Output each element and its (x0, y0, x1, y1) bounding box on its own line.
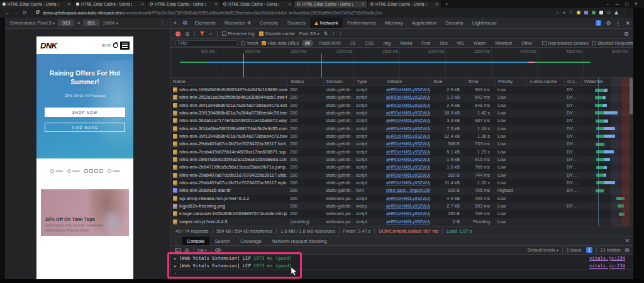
window-maximize-icon[interactable]: ▢ (625, 1, 628, 6)
request-initiator-link[interactable]: aHR0cHM6Ly93ZWJp… (384, 218, 430, 226)
network-request-row[interactable]: nitro-min-33f1394868b421a7a264a0736bed4c… (170, 109, 634, 117)
network-filter-input[interactable] (175, 40, 238, 47)
request-initiator-link[interactable]: aHR0cHM6Ly93ZWJp… (384, 140, 430, 148)
disable-cache-checkbox[interactable]: Disable cache (259, 31, 295, 36)
share-icon[interactable]: ⪡ (563, 10, 565, 15)
device-toolbar-menu-icon[interactable]: ⋮ (160, 20, 165, 26)
network-request-row[interactable]: logo@2x-freewing.png 200 static-getnitr…… (170, 203, 634, 210)
extension-icon[interactable] (599, 11, 603, 14)
console-issues-label[interactable]: 1 Issue: (567, 247, 583, 253)
export-har-icon[interactable]: ↓ (339, 31, 341, 36)
network-overview-timeline[interactable]: 500 ms 1000 ms 1500 ms 2000 ms 2500 ms 3… (170, 48, 634, 78)
cart-icon[interactable] (113, 43, 118, 48)
request-initiator-link[interactable]: aHR0cHM6Ly93ZWJp… (384, 94, 430, 101)
browser-tab[interactable]: HTML Edge Cache - Using ¡ ✕ (294, 1, 368, 8)
window-minimize-icon[interactable]: — (615, 2, 619, 6)
request-initiator-link[interactable]: aHR0cHM6Ly93ZWJp… (384, 133, 430, 140)
tab-close-icon[interactable]: ✕ (362, 2, 365, 6)
record-network-log-button[interactable] (175, 31, 180, 36)
device-width-input[interactable]: 393 (58, 19, 74, 26)
search-icon[interactable]: ⌕ (557, 10, 559, 15)
column-header-initiator[interactable]: Initiator (384, 78, 430, 86)
request-type-filter[interactable]: CSS (362, 40, 377, 47)
request-initiator-link[interactable]: aHR0cHM6Ly93ZWJp… (384, 195, 430, 203)
column-header-domain[interactable]: Domain (323, 78, 353, 86)
request-type-filter[interactable]: All (302, 40, 313, 47)
request-initiator-link[interactable]: aHR0cHM6Ly93ZWJp… (384, 210, 430, 218)
network-request-row[interactable]: nitro-min-199b5669b9b5905497e4d845d16989… (170, 86, 634, 94)
network-request-row[interactable]: nitro-min-3f14a6fae5f8f339bd88774ab5b2e9… (170, 125, 634, 133)
request-type-filter[interactable]: Wasm (470, 40, 489, 47)
search-network-icon[interactable]: ⌕ (209, 30, 213, 37)
network-request-row[interactable]: image-carousel.4455d93b24f09889757.bundl… (170, 210, 634, 218)
devtools-tab[interactable]: Application (408, 18, 441, 28)
drawer-tab[interactable]: Console (182, 236, 210, 245)
request-initiator-link[interactable]: aHR0cHM6Ly93ZWJp… (384, 125, 430, 133)
back-icon[interactable]: ← (5, 10, 10, 16)
filter-funnel-icon[interactable] (199, 31, 205, 36)
live-expression-eye-icon[interactable] (215, 248, 221, 252)
drawer-tab[interactable]: Coverage (235, 236, 267, 245)
preserve-log-checkbox[interactable]: Preserve log (222, 31, 255, 36)
browser-menu-icon[interactable]: ⋮ (622, 10, 626, 15)
console-source-link[interactable]: vitals.js:234 (589, 262, 625, 270)
network-request-row[interactable]: nitro-min-7eab4d3b625b14e4603ba17ba60867… (170, 148, 634, 156)
request-type-filter[interactable]: JS (347, 40, 358, 47)
network-request-row[interactable]: nitro-min-2f02a1ce0fa9f59b9d4b1d30b944dc… (170, 94, 634, 101)
request-type-filter[interactable]: Fetch/XHR (316, 40, 344, 47)
device-select[interactable]: Dimensions: Pixel 5 ▾ (10, 20, 55, 26)
browser-tab[interactable]: HTML Edge Cache - Using ¡ ✕ (368, 1, 441, 8)
tab-close-icon[interactable]: ✕ (141, 2, 144, 6)
request-type-filter[interactable]: WS (454, 40, 467, 47)
new-tab-button[interactable]: + (441, 1, 452, 7)
network-conditions-icon[interactable]: ⇅ (324, 31, 328, 36)
network-request-row[interactable]: nitro-min-29ab407a67cc0b21e7078422bc3911… (170, 172, 634, 179)
devtools-close-icon[interactable]: ✕ (625, 20, 630, 26)
extension-icon[interactable] (607, 11, 611, 14)
extension-warning-icon[interactable] (614, 11, 618, 14)
extension-icon[interactable] (577, 11, 580, 14)
device-height-input[interactable]: 851 (83, 19, 99, 26)
devtools-tab[interactable]: Security (441, 18, 468, 28)
request-initiator-link[interactable]: aHR0cHM6Ly93ZWJp… (384, 109, 430, 117)
request-initiator-link[interactable]: aHR0cHM6Ly93ZWJp… (384, 172, 430, 179)
devtools-tab[interactable]: Memory (380, 18, 408, 28)
throttling-select[interactable]: Fast 3G ▾ (299, 31, 319, 36)
request-initiator-link[interactable]: aHR0cHM6Ly93ZWJp… (384, 117, 430, 125)
column-header-size[interactable]: Size (430, 78, 465, 86)
devtools-tab[interactable]: Elements (191, 18, 220, 28)
request-initiator-link[interactable]: aHR0cHM6Ly93ZWJp… (384, 148, 430, 156)
shop-now-button[interactable]: SHOP NOW (45, 108, 125, 117)
invert-checkbox[interactable]: Invert (241, 41, 258, 45)
address-input[interactable]: demo-getnitropack-main-kailo.nitropack.d… (43, 11, 382, 15)
request-type-filter[interactable]: Other (518, 40, 536, 47)
scrollbar-thumb[interactable] (630, 78, 633, 114)
forward-icon[interactable]: → (14, 10, 19, 16)
request-initiator-link[interactable]: aHR0cHM6Ly93ZWJp… (384, 179, 430, 187)
column-header-status[interactable]: Status (287, 78, 323, 86)
request-type-filter[interactable]: Font (418, 40, 433, 47)
tab-close-icon[interactable]: ✕ (288, 2, 291, 6)
browser-tab[interactable]: HTML Edge Cache - Using ¡ ✕ (0, 1, 74, 8)
drawer-close-icon[interactable]: ✕ (625, 238, 634, 244)
network-request-row[interactable]: wp-emoji-release.min.js?ver=6.3.2 200 we… (170, 195, 634, 203)
console-settings-gear-icon[interactable]: ⚙ (625, 247, 630, 253)
devtools-tab[interactable]: Lighthouse (468, 18, 501, 28)
network-request-row[interactable]: nitro-min-2b5471f8fca5c56a19cea25abc9b71… (170, 164, 634, 171)
devtools-tab[interactable]: Network (310, 18, 343, 28)
window-close-icon[interactable]: ✕ (635, 1, 638, 6)
column-header-name[interactable]: Name (170, 78, 287, 86)
issues-count-badge[interactable]: 1 (596, 20, 602, 26)
network-request-row[interactable]: nitro-min-29ab407a67cc0b21e7078422bc3911… (170, 140, 634, 148)
request-initiator-link[interactable]: aHR0cHM6Ly93ZWJp… (384, 203, 430, 210)
promo-card[interactable]: 20% Off On Tank Tops Lorem ipsum dolor s… (41, 189, 129, 236)
devtools-menu-icon[interactable]: ⋮ (615, 20, 621, 26)
devtools-tab[interactable]: Performance (343, 18, 380, 28)
console-sidebar-icon[interactable] (175, 248, 180, 252)
network-settings-gear-icon[interactable]: ⚙ (624, 31, 629, 37)
request-initiator-link[interactable]: aHR0cHM6Ly93ZWJp… (384, 164, 430, 171)
browser-tab[interactable]: HTML Edge Cache - Using ¡ ✕ (147, 1, 221, 8)
browser-tab[interactable]: HTML Edge Cache - Using ¡ ✕ (221, 1, 294, 8)
blocked-requests-checkbox[interactable]: Blocked Requests (592, 41, 633, 45)
tab-close-icon[interactable]: ✕ (67, 2, 70, 6)
